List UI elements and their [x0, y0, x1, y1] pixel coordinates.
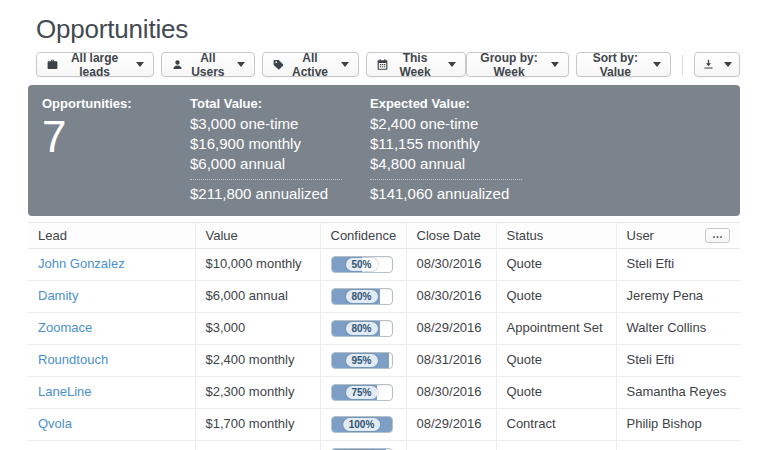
filter-users-label: All Users	[190, 51, 225, 79]
lead-link[interactable]: Roundtouch	[38, 352, 108, 367]
table-row: FreshjobWaiting on approval from CEO.$50…	[28, 441, 740, 450]
briefcase-icon	[46, 58, 59, 71]
download-icon	[702, 58, 715, 71]
summary-count-value: 7	[42, 114, 190, 160]
calendar-icon	[376, 58, 389, 71]
user-cell: Samantha Reyes	[616, 377, 740, 409]
column-options-button[interactable]: …	[705, 228, 730, 243]
filter-status-label: All Active	[291, 51, 328, 79]
lead-cell: Damity	[28, 281, 195, 313]
tag-icon	[272, 58, 285, 71]
filter-leads-label: All large leads	[65, 51, 124, 79]
lead-link[interactable]: Zoomace	[38, 320, 92, 335]
close-date-cell: 08/29/2016	[406, 409, 496, 441]
header-value: Value	[195, 223, 320, 249]
filter-status-button[interactable]: All Active	[262, 52, 358, 77]
value-cell: $500 monthly	[195, 441, 320, 450]
confidence-slider[interactable]: 80%	[331, 320, 393, 337]
chevron-down-icon	[653, 62, 661, 67]
opportunities-table-body: John Gonzalez$10,000 monthly50%08/30/201…	[28, 249, 740, 450]
table-row: Qvola$1,700 monthly100%08/29/2016Contrac…	[28, 409, 740, 441]
close-date-cell: 08/30/2016	[406, 377, 496, 409]
value-cell: $10,000 monthly	[195, 249, 320, 281]
confidence-cell: 100%	[320, 409, 406, 441]
summary-expected-annual: $4,800 annual	[370, 154, 726, 174]
summary-total-label: Total Value:	[190, 95, 370, 112]
header-status: Status	[496, 223, 616, 249]
chevron-down-icon	[724, 62, 732, 67]
status-cell: Quote	[496, 345, 616, 377]
summary-expected-monthly: $11,155 monthly	[370, 134, 726, 154]
confidence-slider[interactable]: 75%	[331, 384, 393, 401]
header-lead: Lead	[28, 223, 195, 249]
group-by-label: Group by: Week	[476, 51, 543, 79]
summary-divider	[370, 179, 522, 180]
page-title: Opportunities	[36, 14, 740, 45]
filter-daterange-button[interactable]: This Week	[366, 52, 466, 77]
header-user: User …	[616, 223, 740, 249]
summary-total-monthly: $16,900 monthly	[190, 134, 370, 154]
confidence-value: 100%	[343, 418, 381, 431]
close-date-cell: 08/29/2016	[406, 313, 496, 345]
status-cell: Appointment Set	[496, 313, 616, 345]
confidence-value: 80%	[345, 290, 377, 303]
confidence-value: 80%	[345, 322, 377, 335]
toolbar-divider	[682, 55, 683, 75]
user-icon	[171, 58, 184, 71]
chevron-down-icon	[551, 62, 559, 67]
header-close-date: Close Date	[406, 223, 496, 249]
status-cell: Contract	[496, 409, 616, 441]
table-row: Damity$6,000 annual80%08/30/2016QuoteJer…	[28, 281, 740, 313]
summary-expected-label: Expected Value:	[370, 95, 726, 112]
filter-leads-button[interactable]: All large leads	[36, 52, 154, 77]
sort-by-button[interactable]: Sort by: Value	[576, 52, 671, 77]
chevron-down-icon	[237, 62, 245, 67]
value-cell: $6,000 annual	[195, 281, 320, 313]
lead-cell: Roundtouch	[28, 345, 195, 377]
toolbar-actions: Group by: Week Sort by: Value	[466, 52, 740, 77]
sort-by-label: Sort by: Value	[586, 51, 644, 79]
toolbar-filters: All large leads All Users All Active	[36, 52, 466, 77]
close-date-cell: 08/29/2016	[406, 441, 496, 450]
user-cell: Steli Efti	[616, 249, 740, 281]
confidence-slider[interactable]: 50%	[331, 256, 393, 273]
export-button[interactable]	[694, 52, 740, 77]
confidence-slider[interactable]: 80%	[331, 288, 393, 305]
value-cell: $3,000	[195, 313, 320, 345]
lead-link[interactable]: LaneLine	[38, 384, 92, 399]
confidence-cell: 95%	[320, 345, 406, 377]
confidence-value: 75%	[345, 386, 377, 399]
user-cell: Walter Collins	[616, 313, 740, 345]
summary-panel: Opportunities: 7 Total Value: $3,000 one…	[28, 85, 740, 216]
lead-link[interactable]: Qvola	[38, 416, 72, 431]
lead-cell: John Gonzalez	[28, 249, 195, 281]
lead-cell: LaneLine	[28, 377, 195, 409]
toolbar: All large leads All Users All Active	[36, 52, 740, 77]
group-by-button[interactable]: Group by: Week	[466, 52, 570, 77]
lead-link[interactable]: Damity	[38, 288, 78, 303]
confidence-cell: 90%	[320, 441, 406, 450]
close-date-cell: 08/31/2016	[406, 345, 496, 377]
summary-count-label: Opportunities:	[42, 95, 190, 112]
filter-users-button[interactable]: All Users	[161, 52, 255, 77]
status-cell: Contract	[496, 441, 616, 450]
confidence-value: 50%	[345, 258, 377, 271]
user-cell: Steli Efti	[616, 441, 740, 450]
confidence-cell: 75%	[320, 377, 406, 409]
status-cell: Quote	[496, 377, 616, 409]
summary-total-annualized: $211,800 annualized	[190, 184, 370, 204]
table-row: Zoomace$3,00080%08/29/2016Appointment Se…	[28, 313, 740, 345]
table-row: John Gonzalez$10,000 monthly50%08/30/201…	[28, 249, 740, 281]
confidence-value: 95%	[345, 354, 377, 367]
summary-expected-annualized: $141,060 annualized	[370, 184, 726, 204]
confidence-slider[interactable]: 95%	[331, 352, 393, 369]
lead-cell: FreshjobWaiting on approval from CEO.	[28, 441, 195, 450]
user-cell: Steli Efti	[616, 345, 740, 377]
value-cell: $1,700 monthly	[195, 409, 320, 441]
table-header-row: Lead Value Confidence Close Date Status …	[28, 223, 740, 249]
confidence-slider[interactable]: 100%	[331, 416, 393, 433]
header-user-label: User	[627, 228, 654, 243]
lead-link[interactable]: John Gonzalez	[38, 256, 125, 271]
table-row: LaneLine$2,300 monthly75%08/30/2016Quote…	[28, 377, 740, 409]
header-confidence: Confidence	[320, 223, 406, 249]
